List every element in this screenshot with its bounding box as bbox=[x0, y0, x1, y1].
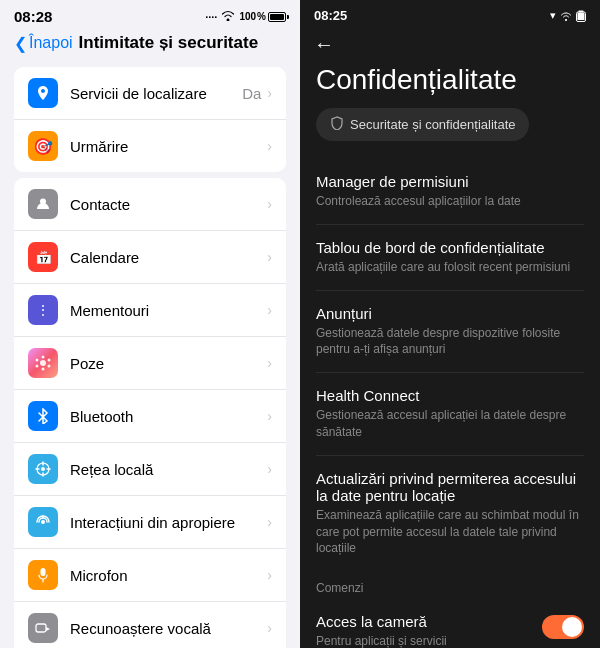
item-label: Bluetooth bbox=[70, 408, 267, 425]
svg-point-2 bbox=[42, 356, 45, 359]
menu-item-anunturi[interactable]: Anunțuri Gestionează datele despre dispo… bbox=[316, 291, 584, 374]
item-label: Recunoaștere vocală bbox=[70, 620, 267, 637]
bluetooth-icon bbox=[28, 401, 58, 431]
right-scroll: Confidențialitate Securitate și confiden… bbox=[300, 64, 600, 648]
item-label: Microfon bbox=[70, 567, 267, 584]
toggle-item-camera: Acces la cameră Pentru aplicații și serv… bbox=[316, 601, 584, 648]
list-item[interactable]: 🎯 Urmărire › bbox=[14, 120, 286, 172]
svg-point-6 bbox=[36, 365, 39, 368]
item-label: Calendare bbox=[70, 249, 267, 266]
item-label: Mementouri bbox=[70, 302, 267, 319]
back-arrow-button[interactable]: ← bbox=[314, 33, 334, 55]
toggle-item-subtitle: Pentru aplicații și servicii bbox=[316, 633, 542, 648]
chevron-right-icon: › bbox=[267, 249, 272, 265]
list-item[interactable]: Interacțiuni din apropiere › bbox=[14, 496, 286, 549]
menu-item-title: Manager de permisiuni bbox=[316, 173, 584, 190]
list-item[interactable]: Microfon › bbox=[14, 549, 286, 602]
reminders-icon: ⋮ bbox=[28, 295, 58, 325]
left-nav-bar: ❮ Înapoi Intimitate și securitate bbox=[0, 29, 300, 61]
menu-item-subtitle: Gestionează accesul aplicației la datele… bbox=[316, 407, 584, 441]
chevron-right-icon: › bbox=[267, 196, 272, 212]
item-label: Contacte bbox=[70, 196, 267, 213]
svg-point-10 bbox=[41, 520, 45, 524]
item-label: Interacțiuni din apropiere bbox=[70, 514, 267, 531]
battery-icon: 100 % bbox=[239, 11, 286, 22]
svg-rect-22 bbox=[578, 13, 585, 20]
list-item[interactable]: Bluetooth › bbox=[14, 390, 286, 443]
calendar-icon: 📅 bbox=[28, 242, 58, 272]
right-status-icons: ▾ bbox=[550, 9, 586, 22]
list-item[interactable]: Servicii de localizare Da › bbox=[14, 67, 286, 120]
menu-item-tablou-bord[interactable]: Tablou de bord de confidențialitate Arat… bbox=[316, 225, 584, 291]
menu-item-subtitle: Controlează accesul aplicațiilor la date bbox=[316, 193, 584, 210]
location-icon bbox=[28, 78, 58, 108]
list-item[interactable]: Contacte › bbox=[14, 178, 286, 231]
svg-point-8 bbox=[41, 467, 45, 471]
right-menu-list: Manager de permisiuni Controlează accesu… bbox=[316, 159, 584, 571]
right-page-title: Confidențialitate bbox=[316, 64, 584, 96]
toggle-item-title: Acces la cameră bbox=[316, 613, 542, 630]
contacts-icon bbox=[28, 189, 58, 219]
back-button[interactable]: ❮ Înapoi bbox=[14, 34, 73, 53]
chevron-right-icon: › bbox=[267, 85, 272, 101]
menu-item-subtitle: Gestionează datele despre dispozitive fo… bbox=[316, 325, 584, 359]
toggle-thumb bbox=[562, 617, 582, 637]
section-label: Comenzi bbox=[316, 571, 584, 601]
battery-icon bbox=[576, 10, 586, 22]
chevron-left-icon: ❮ bbox=[14, 34, 27, 53]
chevron-right-icon: › bbox=[267, 461, 272, 477]
item-label: Rețea locală bbox=[70, 461, 267, 478]
wifi-icon bbox=[560, 10, 572, 22]
right-panel: 08:25 ▾ ← Confidențialitate bbox=[300, 0, 600, 648]
security-chip-label: Securitate și confidențialitate bbox=[350, 117, 515, 132]
svg-point-3 bbox=[48, 359, 51, 362]
list-item[interactable]: 📅 Calendare › bbox=[14, 231, 286, 284]
camera-toggle[interactable] bbox=[542, 615, 584, 639]
svg-point-5 bbox=[42, 368, 45, 371]
toggle-item-text: Acces la cameră Pentru aplicații și serv… bbox=[316, 613, 542, 648]
svg-point-1 bbox=[40, 360, 46, 366]
menu-item-health-connect[interactable]: Health Connect Gestionează accesul aplic… bbox=[316, 373, 584, 456]
network-icon bbox=[28, 454, 58, 484]
shield-icon bbox=[330, 116, 344, 133]
left-status-icons: ···· 100 % bbox=[205, 10, 286, 23]
left-scroll: Servicii de localizare Da › 🎯 Urmărire › bbox=[0, 61, 300, 648]
left-time: 08:28 bbox=[14, 8, 52, 25]
page-title: Intimitate și securitate bbox=[79, 33, 259, 53]
menu-item-manager-permisiuni[interactable]: Manager de permisiuni Controlează accesu… bbox=[316, 159, 584, 225]
section-location: Servicii de localizare Da › 🎯 Urmărire › bbox=[14, 67, 286, 172]
right-status-bar: 08:25 ▾ bbox=[300, 0, 600, 27]
menu-item-title: Health Connect bbox=[316, 387, 584, 404]
left-status-bar: 08:28 ···· 100 % bbox=[0, 0, 300, 29]
item-value: Da bbox=[242, 85, 261, 102]
svg-rect-13 bbox=[36, 624, 46, 632]
security-chip[interactable]: Securitate și confidențialitate bbox=[316, 108, 529, 141]
tracking-icon: 🎯 bbox=[28, 131, 58, 161]
item-label: Urmărire bbox=[70, 138, 267, 155]
right-time: 08:25 bbox=[314, 8, 347, 23]
svg-point-4 bbox=[48, 365, 51, 368]
chevron-right-icon: › bbox=[267, 567, 272, 583]
right-nav-bar: ← bbox=[300, 27, 600, 64]
list-item[interactable]: ⋮ Mementouri › bbox=[14, 284, 286, 337]
nearby-icon bbox=[28, 507, 58, 537]
speech-icon bbox=[28, 613, 58, 643]
microphone-icon bbox=[28, 560, 58, 590]
list-item[interactable]: Rețea locală › bbox=[14, 443, 286, 496]
list-item[interactable]: Recunoaștere vocală › bbox=[14, 602, 286, 648]
wifi-icon bbox=[221, 10, 235, 23]
chevron-right-icon: › bbox=[267, 302, 272, 318]
chevron-right-icon: › bbox=[267, 408, 272, 424]
menu-item-title: Tablou de bord de confidențialitate bbox=[316, 239, 584, 256]
notification-icon: ▾ bbox=[550, 9, 556, 22]
menu-item-subtitle: Examinează aplicațiile care au schimbat … bbox=[316, 507, 584, 557]
chevron-right-icon: › bbox=[267, 620, 272, 636]
signal-icon: ···· bbox=[205, 11, 217, 23]
back-label[interactable]: Înapoi bbox=[29, 34, 73, 52]
menu-item-title: Actualizări privind permiterea accesului… bbox=[316, 470, 584, 504]
list-item[interactable]: Poze › bbox=[14, 337, 286, 390]
menu-item-title: Anunțuri bbox=[316, 305, 584, 322]
menu-item-actualizari-locatie[interactable]: Actualizări privind permiterea accesului… bbox=[316, 456, 584, 571]
svg-rect-11 bbox=[41, 568, 46, 576]
item-label: Servicii de localizare bbox=[70, 85, 242, 102]
